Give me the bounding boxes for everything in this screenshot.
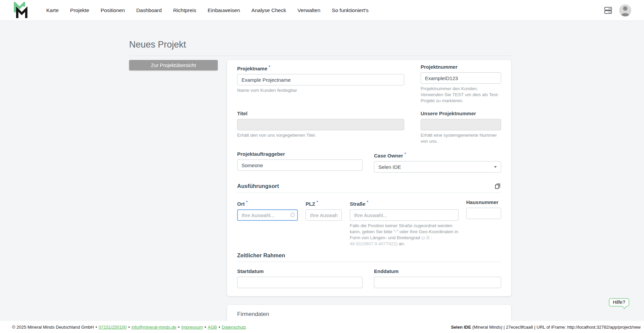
page-content: Neues Projekt Zur Projektübersicht Proje… (0, 20, 644, 321)
dns-server-icon[interactable] (604, 6, 612, 15)
back-to-projects-button[interactable]: Zur Projektübersicht (129, 60, 218, 70)
footer-link-impressum[interactable]: Impressum (181, 325, 203, 330)
startdatum-label: Startdatum (237, 268, 363, 274)
avatar-body (621, 13, 629, 16)
projektauftraggeber-input[interactable] (237, 159, 363, 171)
content-copy-icon[interactable] (494, 183, 501, 190)
help-button[interactable]: Hilfe? (609, 298, 629, 307)
footer-left: © 2025 Mineral Minds Deutschland GmbH • … (12, 325, 246, 330)
projektnummer-input[interactable] (421, 72, 501, 84)
titel-field: Titel Erhält den von uns vorgegebenen Ti… (237, 111, 404, 138)
copyright-text: © 2025 Mineral Minds Deutschland GmbH (12, 325, 94, 330)
unsere-projektnummer-input (421, 119, 501, 130)
firmendaten-heading: Firmendaten (237, 311, 501, 322)
top-nav: Karte Projekte Positionen Dashboard Rich… (0, 0, 644, 20)
session-details: (Mineral Minds) | 27ecec9fcaa6 | URL of … (471, 325, 641, 330)
projektauftraggeber-label: Projektauftraggeber (237, 151, 363, 157)
session-info: Selen IDE (Mineral Minds) | 27ecec9fcaa6… (451, 325, 641, 330)
required-asterisk: * (367, 200, 368, 205)
projektname-hint: Name vom Kunden festlegbar (237, 87, 404, 93)
enddatum-label: Enddatum (374, 268, 501, 274)
nav-karte[interactable]: Karte (46, 7, 59, 13)
projektname-input[interactable] (237, 74, 404, 85)
projektnummer-field: Projektnummer Projektnummer des Kunden. … (421, 64, 501, 104)
case-owner-label: Case Owner* (374, 151, 501, 159)
required-asterisk: * (246, 200, 248, 205)
titel-hint: Erhält den von uns vorgegebenen Titel. (237, 132, 404, 138)
ort-label: Ort* (237, 199, 298, 207)
footer-link-email[interactable]: info@mineral-minds.de (131, 325, 176, 330)
hausnummer-field: Hausnummer (466, 199, 501, 219)
nav-right-icons (604, 4, 631, 16)
case-owner-value: Selen IDE (378, 164, 401, 170)
nav-einbauweisen[interactable]: Einbauweisen (208, 7, 240, 13)
footer-link-phone[interactable]: 07151/250100 (99, 325, 126, 330)
mineral-minds-logo[interactable] (13, 2, 29, 19)
footer-link-agb[interactable]: AGB (208, 325, 217, 330)
titel-input (237, 119, 404, 130)
plz-field: PLZ* (306, 199, 342, 221)
page-title: Neues Projekt (129, 40, 644, 50)
case-owner-select[interactable]: Selen IDE (374, 161, 501, 173)
footer-link-datenschutz[interactable]: Datenschutz (222, 325, 246, 330)
separator: • (178, 325, 180, 330)
startdatum-field: Startdatum (237, 268, 363, 288)
nav-verwalten[interactable]: Verwalten (298, 7, 320, 13)
strasse-label: Straße* (350, 199, 459, 207)
loading-spinner-icon (290, 213, 295, 217)
strasse-field: Straße* Falls die Position keiner Straße… (350, 199, 459, 247)
projektnummer-label: Projektnummer (421, 64, 501, 70)
help-label: Hilfe? (613, 299, 625, 305)
strasse-input[interactable] (350, 209, 459, 221)
projektauftraggeber-field: Projektauftraggeber (237, 151, 363, 171)
nav-projekte[interactable]: Projekte (70, 7, 89, 13)
project-form-card: Projektname* Name vom Kunden festlegbar … (227, 60, 511, 296)
plz-input[interactable] (306, 209, 342, 221)
logo-icon (13, 2, 28, 19)
zeitlicher-rahmen-heading: Zeitlicher Rahmen (237, 252, 285, 259)
unsere-projektnummer-hint: Erhält eine systemgenerierte Nummer von … (421, 132, 501, 144)
startdatum-input[interactable] (237, 277, 363, 288)
required-asterisk: * (317, 200, 318, 205)
separator: • (219, 325, 220, 330)
ausfuehrungsort-heading: Ausführungsort (237, 183, 279, 189)
enddatum-field: Enddatum (374, 268, 501, 288)
strasse-hint: Falls die Position keiner Straße zugeord… (350, 223, 459, 247)
projektnummer-hint: Projektnummer des Kunden. Verwenden Sie … (421, 86, 501, 104)
enddatum-input[interactable] (374, 277, 501, 288)
case-owner-field: Case Owner* Selen IDE (374, 151, 501, 173)
nav-richtpreis[interactable]: Richtpreis (173, 7, 196, 13)
avatar-head (623, 6, 628, 11)
nav-dashboard[interactable]: Dashboard (136, 7, 162, 13)
unsere-projektnummer-label: Unsere Projektnummer (421, 111, 501, 117)
nav-so-funktionierts[interactable]: So funktioniert's (332, 7, 369, 13)
user-avatar-icon[interactable] (619, 4, 631, 16)
separator: • (96, 325, 97, 330)
plz-label: PLZ* (306, 199, 342, 207)
nav-positionen[interactable]: Positionen (101, 7, 125, 13)
footer: © 2025 Mineral Minds Deutschland GmbH • … (0, 321, 644, 333)
separator: • (205, 325, 206, 330)
separator: • (128, 325, 130, 330)
projektname-label: Projektname* (237, 64, 404, 72)
caret-down-icon (494, 166, 497, 168)
ort-input[interactable] (237, 209, 298, 221)
projektname-field: Projektname* Name vom Kunden festlegbar (237, 64, 404, 93)
hausnummer-input[interactable] (466, 208, 501, 219)
nav-analyse-check[interactable]: Analyse Check (252, 7, 286, 13)
session-user: Selen IDE (451, 325, 471, 330)
titel-label: Titel (237, 111, 404, 117)
unsere-projektnummer-field: Unsere Projektnummer Erhält eine systemg… (421, 111, 501, 144)
ort-field: Ort* (237, 199, 298, 221)
required-asterisk: * (269, 65, 270, 69)
required-asterisk: * (405, 152, 406, 156)
main-menu: Karte Projekte Positionen Dashboard Rich… (46, 7, 369, 13)
hausnummer-label: Hausnummer (466, 199, 501, 205)
title-divider (129, 56, 511, 56)
